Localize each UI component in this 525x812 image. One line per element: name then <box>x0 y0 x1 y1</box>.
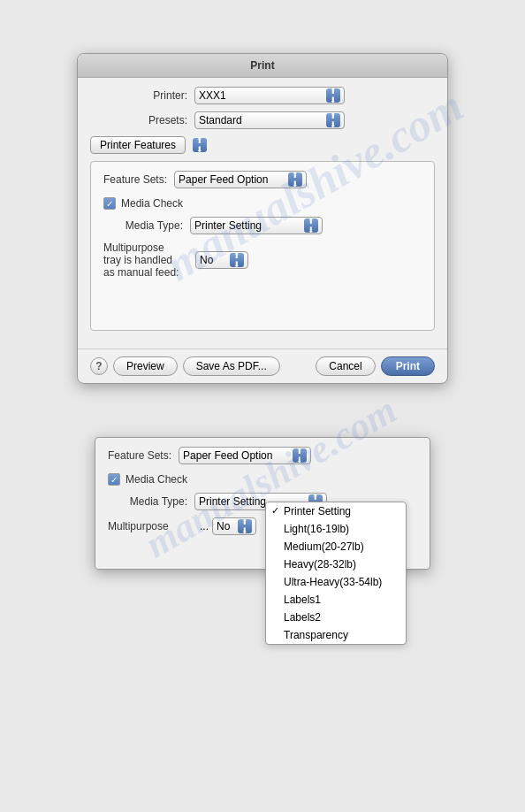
d2-manual-feed-arrow: ⬆⬇ <box>238 519 252 533</box>
media-type-dropdown-menu: Printer Setting Light(16-19lb) Medium(20… <box>265 502 407 645</box>
media-check-checkbox[interactable]: ✓ <box>103 197 116 210</box>
d2-feature-sets-arrow: ⬆⬇ <box>293 448 307 463</box>
presets-select[interactable]: Standard ⬆⬇ <box>194 111 345 129</box>
printer-dropdown-arrow: ⬆⬇ <box>326 88 340 103</box>
d2-manual-feed-suffix: ... <box>200 520 209 532</box>
print-dialog: Print Printer: XXX1 ⬆⬇ Presets: Standard… <box>77 53 448 384</box>
d2-feature-sets-select[interactable]: Paper Feed Option ⬆⬇ <box>179 447 311 464</box>
print-dialog-2-window: Feature Sets: Paper Feed Option ⬆⬇ ✓ Med… <box>95 437 430 570</box>
d2-media-check-checkbox[interactable]: ✓ <box>108 473 120 486</box>
print-dialog-window: Print Printer: XXX1 ⬆⬇ Presets: Standard… <box>77 53 448 384</box>
feature-sets-select[interactable]: Paper Feed Option ⬆⬇ <box>174 171 307 188</box>
dropdown-item-heavy[interactable]: Heavy(28-32lb) <box>266 555 406 573</box>
media-check-label: Media Check <box>121 197 183 210</box>
presets-value: Standard <box>199 114 326 126</box>
presets-label: Presets: <box>90 114 187 126</box>
printer-label: Printer: <box>90 89 187 102</box>
panel-spacer <box>103 286 422 321</box>
print-dialog-2: Feature Sets: Paper Feed Option ⬆⬇ ✓ Med… <box>95 437 430 570</box>
dropdown-item-printer-setting[interactable]: Printer Setting <box>266 502 406 520</box>
printer-features-row: Printer Features ⬆⬇ <box>90 136 435 154</box>
multipurpose-arrow: ⬆⬇ <box>230 253 244 267</box>
dropdown-item-ultra-heavy[interactable]: Ultra-Heavy(33-54lb) <box>266 573 406 591</box>
media-check-row[interactable]: ✓ Media Check <box>103 197 422 210</box>
cancel-button[interactable]: Cancel <box>316 356 375 376</box>
features-panel: Feature Sets: Paper Feed Option ⬆⬇ ✓ Med… <box>90 161 435 331</box>
feature-sets-arrow: ⬆⬇ <box>288 172 302 187</box>
printer-row: Printer: XXX1 ⬆⬇ <box>90 87 435 104</box>
help-button[interactable]: ? <box>90 357 108 375</box>
multipurpose-value: No <box>200 254 230 266</box>
dialog-body: Printer: XXX1 ⬆⬇ Presets: Standard ⬆⬇ Pr… <box>78 78 447 349</box>
print-button[interactable]: Print <box>381 356 435 376</box>
printer-features-button[interactable]: Printer Features <box>90 136 186 154</box>
dropdown-item-labels1[interactable]: Labels1 <box>266 591 406 609</box>
dialog-footer: ? Preview Save As PDF... Cancel Print <box>78 349 447 383</box>
media-type-value: Printer Setting <box>194 219 304 232</box>
multipurpose-label: Multipurpose tray is handled as manual f… <box>103 241 183 279</box>
preview-button[interactable]: Preview <box>113 356 178 376</box>
multipurpose-select[interactable]: No ⬆⬇ <box>195 251 248 269</box>
printer-features-arrow: ⬆⬇ <box>193 138 207 152</box>
dropdown-item-labels2[interactable]: Labels2 <box>266 609 406 626</box>
presets-row: Presets: Standard ⬆⬇ <box>90 111 435 129</box>
presets-dropdown-arrow: ⬆⬇ <box>326 113 340 127</box>
save-pdf-button[interactable]: Save As PDF... <box>183 356 280 376</box>
d2-feature-sets-row: Feature Sets: Paper Feed Option ⬆⬇ <box>108 447 417 464</box>
printer-value: XXX1 <box>199 89 326 102</box>
d2-media-type-label: Media Type: <box>108 495 187 508</box>
media-type-label: Media Type: <box>103 219 183 232</box>
multipurpose-row: Multipurpose tray is handled as manual f… <box>103 241 422 279</box>
printer-select[interactable]: XXX1 ⬆⬇ <box>194 87 345 104</box>
media-type-select[interactable]: Printer Setting ⬆⬇ <box>190 217 323 234</box>
dropdown-item-light[interactable]: Light(16-19lb) <box>266 520 406 538</box>
d2-multipurpose-label: Multipurpose <box>108 520 187 532</box>
feature-sets-value: Paper Feed Option <box>179 173 288 186</box>
feature-sets-label: Feature Sets: <box>103 173 167 186</box>
d2-manual-feed-select[interactable]: No ⬆⬇ <box>212 517 256 535</box>
d2-media-check-row[interactable]: ✓ Media Check <box>108 473 417 486</box>
feature-sets-row: Feature Sets: Paper Feed Option ⬆⬇ <box>103 171 422 188</box>
d2-media-check-label: Media Check <box>126 473 187 486</box>
d2-feature-sets-label: Feature Sets: <box>108 449 171 462</box>
media-type-row: Media Type: Printer Setting ⬆⬇ <box>103 217 422 234</box>
dropdown-item-transparency[interactable]: Transparency <box>266 626 406 644</box>
dropdown-item-medium[interactable]: Medium(20-27lb) <box>266 538 406 555</box>
d2-feature-sets-value: Paper Feed Option <box>183 449 293 462</box>
media-type-arrow: ⬆⬇ <box>304 218 318 233</box>
dialog-title: Print <box>78 54 447 78</box>
d2-manual-feed-value: No <box>217 520 238 532</box>
